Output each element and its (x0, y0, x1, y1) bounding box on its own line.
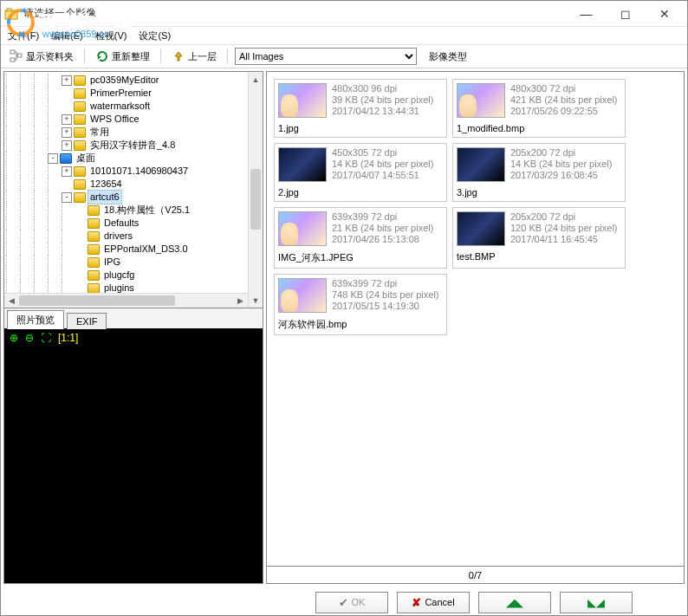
folder-icon (88, 231, 100, 242)
scroll-up-icon[interactable]: ▲ (249, 72, 263, 87)
thumbnail-filename: 1_modified.bmp (457, 123, 621, 133)
scroll-down-icon[interactable]: ▼ (249, 293, 263, 308)
folder-icon (88, 257, 100, 268)
menu-edit[interactable]: 编辑(E) (51, 29, 83, 42)
tree-label: PrimerPremier (88, 87, 153, 100)
tree-node[interactable]: +实用汉字转拼音_4.8 (6, 139, 263, 152)
tree-node[interactable]: 123654 (6, 178, 263, 191)
tree-node[interactable]: -桌面 (6, 152, 263, 165)
tree-node[interactable]: -artcut6 (6, 191, 263, 204)
tree-node[interactable]: PrimerPremier (6, 87, 263, 100)
thumbnail-image (278, 83, 327, 118)
thumbnail-filename: 河东软件园.bmp (278, 318, 443, 331)
tree-toggle-icon[interactable]: + (62, 75, 72, 86)
tree-node[interactable]: IPG (6, 256, 263, 269)
thumbnail-card[interactable]: 205x200 72 dpi 14 KB (24 bits per pixel)… (452, 143, 626, 202)
thumbnail-meta: 639x399 72 dpi 21 KB (24 bits per pixel)… (332, 211, 433, 246)
thumbnail-card[interactable]: 205x200 72 dpi 120 KB (24 bits per pixel… (452, 207, 626, 269)
zoom-out-icon[interactable]: ⊖ (25, 332, 34, 344)
folder-icon (74, 166, 86, 177)
thumb-size: 21 KB (24 bits per pixel) (332, 223, 433, 234)
thumbnail-image (457, 211, 505, 246)
thumbnail-grid[interactable]: 480x300 96 dpi 39 KB (24 bits per pixel)… (266, 71, 685, 567)
rotate-right-button[interactable]: ◣◢ (560, 592, 633, 613)
tree-scrollbar-v[interactable]: ▲ ▼ (248, 72, 263, 308)
thumb-dims: 450x305 72 dpi (332, 147, 433, 159)
tree-node[interactable]: +常用 (6, 126, 263, 139)
folder-icon (74, 88, 86, 99)
thumbnail-meta: 480x300 96 dpi 39 KB (24 bits per pixel)… (332, 83, 433, 118)
up-label: 上一层 (188, 50, 217, 63)
tree-toggle-icon[interactable]: - (62, 192, 72, 203)
scroll-thumb-h[interactable] (19, 295, 175, 306)
thumb-dims: 205x200 72 dpi (510, 211, 618, 223)
tree-node[interactable]: +pc0359MyEditor (6, 74, 263, 87)
cancel-button[interactable]: ✘ Cancel (397, 592, 470, 613)
thumbnail-image (457, 83, 505, 118)
left-panel: +pc0359MyEditorPrimerPremierwatermarksof… (3, 71, 263, 584)
tree-node[interactable]: watermarksoft (6, 100, 263, 113)
filter-select[interactable]: All Images (235, 48, 417, 65)
thumb-date: 2017/05/26 09:22:55 (510, 106, 618, 117)
thumb-size: 39 KB (24 bits per pixel) (332, 94, 433, 106)
thumb-dims: 480x300 72 dpi (510, 83, 618, 94)
show-folders-button[interactable]: 显示资料夹 (6, 48, 77, 65)
minimize-button[interactable]: — (567, 2, 606, 26)
tree-label: 123654 (88, 178, 124, 191)
folder-icon (74, 114, 86, 125)
up-button[interactable]: 上一层 (168, 48, 220, 65)
scroll-thumb-v[interactable] (250, 169, 261, 230)
menu-settings[interactable]: 设定(S) (139, 29, 171, 42)
close-button[interactable]: ✕ (645, 2, 684, 26)
thumbnail-meta: 480x300 72 dpi 421 KB (24 bits per pixel… (510, 83, 618, 118)
tree-toggle-icon[interactable]: + (62, 114, 72, 125)
thumbnail-card[interactable]: 450x305 72 dpi 14 KB (24 bits per pixel)… (274, 143, 447, 202)
thumbnail-card[interactable]: 480x300 72 dpi 421 KB (24 bits per pixel… (452, 79, 626, 138)
tree-toggle-icon[interactable]: + (62, 127, 72, 138)
thumb-date: 2017/03/29 16:08:45 (510, 170, 612, 181)
refresh-icon (95, 49, 109, 63)
preview-tabs: 照片预览 EXIF (4, 308, 263, 328)
x-icon: ✘ (412, 596, 421, 609)
refresh-button[interactable]: 重新整理 (92, 48, 153, 65)
tree-scrollbar-h[interactable]: ◀ ▶ (4, 293, 248, 308)
zoom-actual-icon[interactable]: [1:1] (58, 332, 78, 344)
folder-icon (88, 218, 100, 229)
tree-node[interactable]: 18.构件属性（V25.1 (6, 204, 263, 217)
folder-tree[interactable]: +pc0359MyEditorPrimerPremierwatermarksof… (4, 72, 263, 308)
thumb-size: 421 KB (24 bits per pixel) (510, 94, 618, 106)
maximize-button[interactable]: ◻ (606, 2, 645, 26)
thumb-size: 120 KB (24 bits per pixel) (510, 223, 618, 234)
thumbnail-card[interactable]: 480x300 96 dpi 39 KB (24 bits per pixel)… (274, 79, 447, 138)
scroll-right-icon[interactable]: ▶ (233, 294, 248, 308)
thumbnail-meta: 639x399 72 dpi 748 KB (24 bits per pixel… (332, 278, 439, 313)
ok-button[interactable]: ✔ OK (315, 592, 388, 613)
tree-toggle-icon[interactable]: + (62, 166, 72, 177)
right-panel: 480x300 96 dpi 39 KB (24 bits per pixel)… (266, 71, 685, 584)
tree-node[interactable]: Defaults (6, 217, 263, 230)
scroll-left-icon[interactable]: ◀ (4, 294, 19, 308)
thumbnail-image (278, 147, 327, 182)
tree-node[interactable]: EPPortalXM_DS3.0 (6, 243, 263, 256)
svg-rect-3 (7, 9, 11, 11)
folder-icon (88, 283, 100, 294)
menu-view[interactable]: 检视(V) (95, 29, 127, 42)
tree-node[interactable]: plugcfg (6, 269, 263, 282)
thumb-date: 2017/04/26 15:13:08 (332, 234, 433, 245)
rotate-left-button[interactable]: ◢◣ (478, 592, 551, 613)
thumbnail-filename: 1.jpg (278, 123, 443, 133)
zoom-in-icon[interactable]: ⊕ (10, 332, 18, 344)
tab-preview[interactable]: 照片预览 (7, 310, 64, 329)
tree-node[interactable]: +WPS Office (6, 113, 263, 126)
tree-node[interactable]: drivers (6, 230, 263, 243)
menu-file[interactable]: 文件(F) (8, 29, 39, 42)
tree-node[interactable]: +10101071.1406980437 (6, 165, 263, 178)
tree-label: pc0359MyEditor (88, 74, 161, 87)
tab-exif[interactable]: EXIF (67, 313, 107, 329)
thumbnail-card[interactable]: 639x399 72 dpi 21 KB (24 bits per pixel)… (274, 207, 447, 269)
thumbnail-card[interactable]: 639x399 72 dpi 748 KB (24 bits per pixel… (274, 274, 447, 335)
tree-toggle-icon[interactable]: + (62, 140, 72, 151)
zoom-fit-icon[interactable]: ⛶ (41, 332, 51, 344)
tree-toggle-icon[interactable]: - (48, 153, 58, 164)
svg-rect-5 (10, 58, 15, 62)
